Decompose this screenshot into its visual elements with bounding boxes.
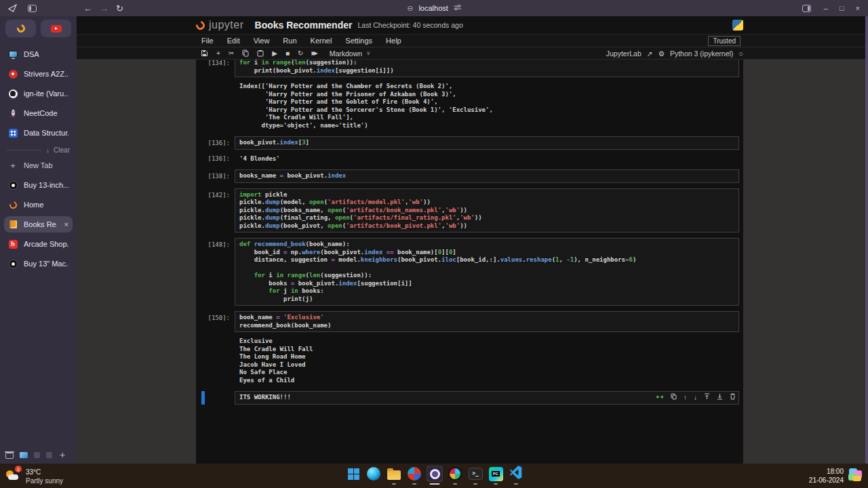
jupyterlab-link[interactable]: JupyterLab [606,49,642,58]
site-info-icon[interactable]: ⊖ [407,4,413,13]
tune-icon[interactable] [454,4,461,12]
browser-sidebar: DSA Strivers A2Z... ign-ite (Varu... Nee… [0,16,77,464]
sidebar-tab-strivers[interactable]: Strivers A2Z... [4,66,73,82]
sidebar-toggle-icon[interactable] [26,3,37,14]
menu-file[interactable]: File [196,37,220,45]
code-input[interactable]: for i in range(len(suggestion)): print(b… [235,60,739,77]
restart-run-all-button[interactable]: ▶▶ [311,50,315,56]
code-input[interactable]: book_pivot.index[3] [235,136,739,150]
minimize-icon[interactable]: – [824,4,828,12]
sidebar-tab-github[interactable]: ign-ite (Varu... [4,85,73,102]
browser-menu-icon[interactable] [7,3,18,14]
colorful-app-button[interactable] [447,466,463,482]
page-scrollbar[interactable] [865,16,868,464]
code-input[interactable]: def recommend_book(book_name): book_id =… [235,238,739,306]
cut-cell-button[interactable]: ✂ [229,49,234,57]
dark-circle-icon [8,180,18,190]
new-space-icon[interactable]: + [60,449,65,460]
copy-cell-button[interactable] [242,49,249,57]
sidebar-tab-buy13inch[interactable]: Buy 13-inch... [4,177,73,193]
forward-icon[interactable]: → [100,3,108,14]
kernel-name[interactable]: Python 3 (ipykernel) [670,49,733,58]
move-up-icon[interactable]: ↑ [684,394,687,401]
pycharm-button[interactable]: PC [488,466,504,482]
clock[interactable]: 18:00 21-06-2024 [809,467,844,485]
address-bar[interactable]: ⊖ localhost [407,4,461,13]
jupyter-logo[interactable]: jupyter [196,19,244,31]
magic-sparkle-icon[interactable]: ✦✦ [655,394,664,401]
duplicate-cell-icon[interactable] [671,393,677,401]
show-desktop-widgets-icon[interactable] [848,468,863,483]
sidebar-tab-buy13mac[interactable]: Buy 13" Mac... [4,256,73,272]
right-panel-icon[interactable] [802,3,812,14]
notebook-title[interactable]: Books Recommender [255,20,353,30]
move-down-icon[interactable]: ↓ [694,394,697,401]
close-icon[interactable]: × [856,4,860,12]
add-cell-button[interactable]: + [216,49,220,57]
menu-view[interactable]: View [247,37,277,45]
book-icon [8,220,18,229]
start-button[interactable] [345,466,361,482]
code-cell-142[interactable]: [142]: import picklepickle.dump(model, o… [196,188,743,233]
code-cell-136[interactable]: [136]: book_pivot.index[3] [196,136,743,150]
insert-above-icon[interactable] [704,393,710,401]
code-cell-134[interactable]: [134]: for i in range(len(suggestion)): … [196,60,743,77]
sidebar-tab-home[interactable]: Home [4,197,73,213]
menu-help[interactable]: Help [379,37,408,45]
weather-widget[interactable]: 1 33°C Partly sunny [5,466,63,485]
cell-hover-toolbar: ✦✦ ↑ ↓ [655,393,736,401]
code-input[interactable]: book_name = 'Exclusive'recommend_book(bo… [235,311,739,332]
spaces-bar: + [5,449,71,460]
code-cell-148[interactable]: [148]: def recommend_book(book_name): bo… [196,238,743,306]
external-link-icon[interactable]: ↗ [647,49,653,58]
code-cell-138[interactable]: [138]: books_name = book_pivot.index [196,169,743,183]
markdown-cell-selected[interactable]: ITS WORKING!!! ✦✦ ↑ ↓ [196,391,743,405]
paste-cell-button[interactable] [257,49,264,57]
save-button[interactable] [201,49,208,57]
clear-tabs-row[interactable]: ↓ Clear [7,146,70,154]
code-input[interactable]: import picklepickle.dump(model, open('ar… [235,188,739,233]
stop-kernel-button[interactable]: ■ [285,49,290,57]
vscode-button[interactable] [508,466,524,482]
pinned-tab-jupyter[interactable] [5,20,36,37]
pinned-tab-youtube[interactable] [41,20,71,37]
menu-run[interactable]: Run [276,37,303,45]
insert-below-icon[interactable] [717,393,723,401]
menu-settings[interactable]: Settings [338,37,379,45]
red-blue-swirl-icon [408,467,421,481]
menu-kernel[interactable]: Kernel [304,37,339,45]
file-explorer-button[interactable] [386,466,402,482]
sidebar-tab-neetcode[interactable]: NeetCode [4,105,73,121]
output-text: '4 Blondes' [239,155,734,163]
menu-edit[interactable]: Edit [220,37,247,45]
sidebar-tab-books-recommender[interactable]: Books Re... × [4,216,73,232]
archive-icon[interactable] [5,453,14,459]
sidebar-tab-datastructures[interactable]: Data Structur... [4,125,73,141]
address-url[interactable]: localhost [418,4,448,12]
code-cell-150[interactable]: [150]: book_name = 'Exclusive'recommend_… [196,311,743,332]
restart-kernel-button[interactable]: ↻ [298,49,303,57]
gear-icon[interactable]: ⚙ [658,49,665,58]
new-tab-button[interactable]: + New Tab [4,157,73,174]
cell-type-dropdown[interactable]: Markdown ∨ [330,49,370,58]
sidebar-tab-arcade[interactable]: h Arcade Shop... [4,236,73,252]
maximize-icon[interactable]: □ [840,4,844,12]
markdown-input[interactable]: ITS WORKING!!! ✦✦ ↑ ↓ [235,391,739,405]
space-icon[interactable] [34,452,40,458]
notebook-scroll-area[interactable]: [134]: for i in range(len(suggestion)): … [77,60,865,464]
code-input[interactable]: books_name = book_pivot.index [235,169,739,183]
back-icon[interactable]: ← [83,3,92,14]
github-desktop-button[interactable] [427,466,443,482]
reload-icon[interactable]: ↻ [116,3,123,14]
terminal-button[interactable]: >_ [467,466,484,482]
space-icon[interactable] [46,452,52,458]
red-blue-app-button[interactable] [406,466,422,482]
close-tab-icon[interactable]: × [63,220,68,228]
vscode-icon [509,466,523,482]
plus-icon: + [8,161,18,170]
run-cell-button[interactable]: ▶ [272,49,277,57]
sidebar-tab-dsa[interactable]: DSA [4,46,73,62]
edge-button[interactable] [366,466,382,482]
space-icon-active[interactable] [20,452,28,458]
delete-cell-icon[interactable] [730,393,736,401]
